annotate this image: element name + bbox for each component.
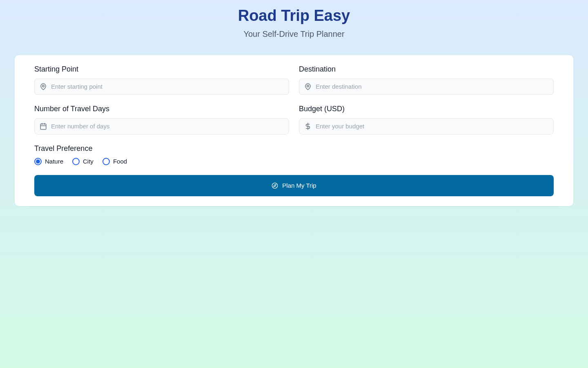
budget-input[interactable] <box>316 119 548 134</box>
destination-input-wrap[interactable] <box>299 79 554 95</box>
radio-circle-icon <box>72 158 80 165</box>
preference-field: Travel Preference Nature City Food <box>34 144 554 165</box>
dollar-sign-icon <box>304 123 312 130</box>
compass-icon <box>272 182 278 189</box>
radio-circle-icon <box>34 158 42 165</box>
budget-label: Budget (USD) <box>299 105 554 113</box>
app-title: Road Trip Easy <box>0 7 588 25</box>
starting-point-input-wrap[interactable] <box>34 79 289 95</box>
days-field: Number of Travel Days <box>34 105 289 135</box>
budget-input-wrap[interactable] <box>299 118 554 135</box>
radio-label: Food <box>113 158 127 165</box>
destination-input[interactable] <box>316 79 548 94</box>
preference-radios: Nature City Food <box>34 158 554 165</box>
budget-field: Budget (USD) <box>299 105 554 135</box>
map-pin-icon <box>304 83 312 90</box>
radio-label: Nature <box>45 158 63 165</box>
svg-point-0 <box>42 85 45 87</box>
planner-form: Starting Point Destination Number of Tra… <box>24 55 564 206</box>
destination-field: Destination <box>299 65 554 95</box>
days-input-wrap[interactable] <box>34 118 289 135</box>
radio-circle-icon <box>102 158 110 165</box>
app-subtitle: Your Self-Drive Trip Planner <box>0 29 588 39</box>
days-input[interactable] <box>51 119 284 134</box>
preference-label: Travel Preference <box>34 144 554 153</box>
starting-point-label: Starting Point <box>34 65 289 74</box>
app-header: Road Trip Easy Your Self-Drive Trip Plan… <box>0 0 588 42</box>
destination-label: Destination <box>299 65 554 74</box>
plan-trip-label: Plan My Trip <box>282 182 316 189</box>
starting-point-field: Starting Point <box>34 65 289 95</box>
radio-nature[interactable]: Nature <box>34 158 63 165</box>
planner-card: Starting Point Destination Number of Tra… <box>15 55 573 206</box>
svg-rect-2 <box>40 124 46 130</box>
radio-city[interactable]: City <box>72 158 94 165</box>
radio-food[interactable]: Food <box>102 158 127 165</box>
radio-label: City <box>83 158 94 165</box>
map-pin-icon <box>40 83 47 90</box>
days-label: Number of Travel Days <box>34 105 289 113</box>
starting-point-input[interactable] <box>51 79 284 94</box>
calendar-icon <box>40 123 47 130</box>
plan-trip-button[interactable]: Plan My Trip <box>34 175 554 196</box>
svg-point-7 <box>272 183 278 188</box>
svg-marker-8 <box>274 184 276 187</box>
svg-point-1 <box>307 85 309 87</box>
